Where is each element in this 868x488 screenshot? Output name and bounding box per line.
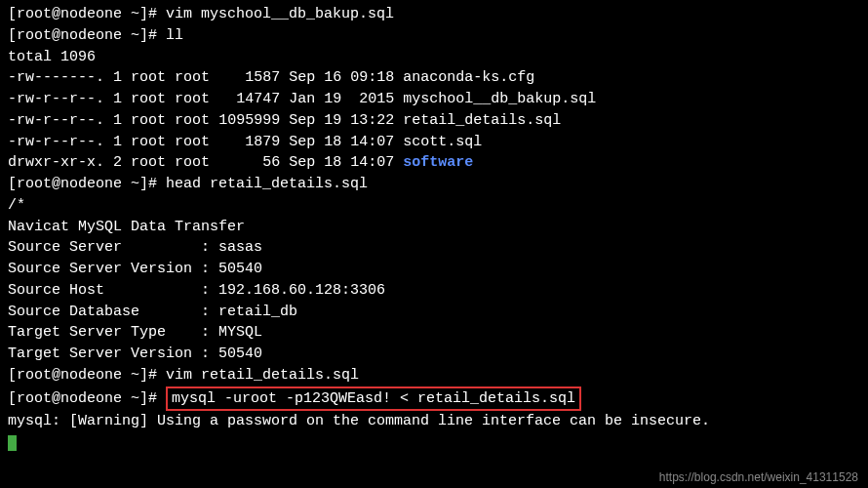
command-text: vim myschool__db_bakup.sql bbox=[166, 6, 394, 22]
head-output: Source Host : 192.168.60.128:3306 bbox=[8, 280, 860, 302]
ll-row: -rw-r--r--. 1 root root 14747 Jan 19 201… bbox=[8, 89, 860, 110]
cursor-line[interactable] bbox=[8, 432, 860, 454]
file-name: retail_details.sql bbox=[403, 112, 561, 129]
command-text: ll bbox=[166, 27, 183, 44]
shell-prompt: [root@nodeone ~]# bbox=[8, 367, 166, 384]
ll-total: total 1096 bbox=[8, 47, 860, 68]
head-output: Source Server Version : 50540 bbox=[8, 259, 860, 280]
ll-row: -rw-------. 1 root root 1587 Sep 16 09:1… bbox=[8, 67, 860, 89]
head-output: Target Server Version : 50540 bbox=[8, 344, 860, 365]
head-output: /* bbox=[8, 195, 860, 217]
file-name: myschool__db_bakup.sql bbox=[403, 91, 596, 107]
shell-prompt: [root@nodeone ~]# bbox=[8, 27, 166, 44]
file-name: anaconda-ks.cfg bbox=[403, 69, 534, 86]
ll-row: -rw-r--r--. 1 root root 1879 Sep 18 14:0… bbox=[8, 132, 860, 153]
head-output: Target Server Type : MYSQL bbox=[8, 322, 860, 344]
terminal-line[interactable]: [root@nodeone ~]# head retail_details.sq… bbox=[8, 174, 860, 195]
command-text: head retail_details.sql bbox=[166, 176, 368, 192]
mysql-warning: mysql: [Warning] Using a password on the… bbox=[8, 411, 860, 432]
highlighted-command: mysql -uroot -p123QWEasd! < retail_detai… bbox=[166, 386, 581, 412]
shell-prompt: [root@nodeone ~]# bbox=[8, 390, 166, 407]
ll-row: -rw-r--r--. 1 root root 1095999 Sep 19 1… bbox=[8, 110, 860, 132]
shell-prompt: [root@nodeone ~]# bbox=[8, 6, 166, 22]
directory-name: software bbox=[403, 154, 473, 171]
terminal-cursor bbox=[8, 435, 17, 451]
head-output: Navicat MySQL Data Transfer bbox=[8, 217, 860, 238]
command-text: vim retail_details.sql bbox=[166, 367, 359, 384]
watermark-text: https://blog.csdn.net/weixin_41311528 bbox=[659, 469, 858, 486]
head-output: Source Database : retail_db bbox=[8, 302, 860, 323]
terminal-line[interactable]: [root@nodeone ~]# vim retail_details.sql bbox=[8, 365, 860, 386]
terminal-line[interactable]: [root@nodeone ~]# ll bbox=[8, 25, 860, 47]
ll-row: drwxr-xr-x. 2 root root 56 Sep 18 14:07 … bbox=[8, 152, 860, 174]
terminal-line[interactable]: [root@nodeone ~]# vim myschool__db_bakup… bbox=[8, 4, 860, 25]
terminal-line[interactable]: [root@nodeone ~]# mysql -uroot -p123QWEa… bbox=[8, 386, 860, 412]
file-name: scott.sql bbox=[403, 134, 482, 150]
head-output: Source Server : sasas bbox=[8, 237, 860, 259]
shell-prompt: [root@nodeone ~]# bbox=[8, 176, 166, 192]
